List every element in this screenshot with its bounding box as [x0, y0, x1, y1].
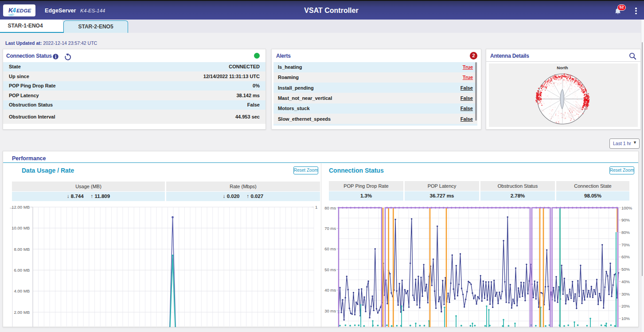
svg-text:90%: 90% — [621, 217, 630, 222]
svg-text:30 ms: 30 ms — [324, 308, 336, 313]
svg-text:12.00 MB: 12.00 MB — [12, 205, 30, 209]
svg-text:60%: 60% — [621, 254, 630, 259]
svg-text:1: 1 — [315, 205, 317, 209]
svg-text:80 ms: 80 ms — [324, 206, 336, 210]
svg-text:70%: 70% — [621, 242, 630, 247]
svg-text:2.00 MB: 2.00 MB — [14, 310, 30, 315]
svg-text:100%: 100% — [621, 206, 632, 210]
svg-text:70 ms: 70 ms — [324, 226, 336, 231]
svg-text:30%: 30% — [621, 292, 630, 296]
svg-text:North: North — [557, 65, 568, 70]
svg-text:8.00 MB: 8.00 MB — [14, 247, 30, 252]
svg-text:50%: 50% — [621, 267, 630, 272]
svg-text:6.00 MB: 6.00 MB — [14, 268, 30, 273]
svg-text:EDGE: EDGE — [16, 8, 31, 13]
svg-text:10%: 10% — [621, 316, 630, 321]
svg-text:10.00 MB: 10.00 MB — [12, 225, 30, 230]
svg-text:50 ms: 50 ms — [324, 267, 336, 272]
svg-text:40 ms: 40 ms — [324, 288, 336, 292]
svg-text:40%: 40% — [621, 279, 630, 284]
svg-text:20%: 20% — [621, 304, 630, 308]
svg-text:4.00 MB: 4.00 MB — [14, 289, 30, 293]
svg-text:60 ms: 60 ms — [324, 246, 336, 251]
svg-text:80%: 80% — [621, 230, 630, 235]
svg-text:4: 4 — [12, 7, 16, 14]
